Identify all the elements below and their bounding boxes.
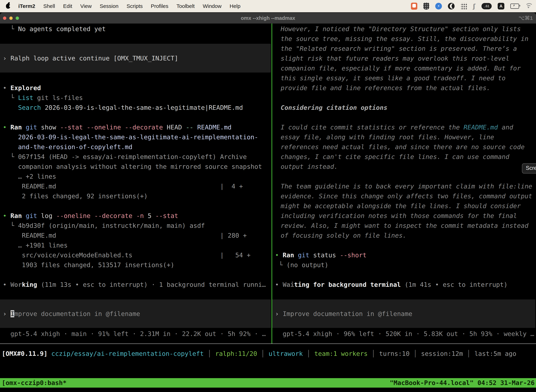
terminal-text-segment: show <box>37 124 60 131</box>
terminal-text-segment: README.md <box>193 124 232 131</box>
terminal-text-segment: • <box>275 252 282 259</box>
terminal-line: companion analysis without altering the … <box>0 162 272 172</box>
terminal-line: The team guideline is to back every impo… <box>272 182 536 191</box>
terminal-text-segment: I could cite commit statistics or refere… <box>281 124 464 131</box>
prompt-input-left[interactable]: ›Improve documentation in @filename <box>0 299 271 328</box>
terminal-text-segment: and-the-erosion-of-copyleft.md <box>3 143 132 150</box>
terminal-text-segment: └ 4b9d30f (origin/main, instructkr/main,… <box>3 222 205 229</box>
battery-charging-icon[interactable] <box>510 4 519 9</box>
terminal-line: 2026-03-09-is-legal-the-same-as-legitima… <box>0 132 272 142</box>
terminal-line: README.md | 280 + <box>0 231 272 240</box>
input-text: mprove documentation in @filename <box>14 310 140 317</box>
terminal-text-segment: • <box>3 124 10 131</box>
terminal-pane-right[interactable]: ›Improve documentation in @filename gpt-… <box>272 23 536 344</box>
status-segment: [OMX#0.11.9] <box>2 350 51 357</box>
dragon-icon[interactable]: ʃ <box>473 3 475 10</box>
window-title-bar: omx --xhigh --madmax ⌥⌘1 <box>0 13 536 24</box>
menu-item-session[interactable]: Session <box>100 3 119 9</box>
menu-item-iterm2[interactable]: iTerm2 <box>18 3 35 9</box>
prompt-chevron-icon: › <box>3 55 7 62</box>
status-segment: │ <box>257 350 268 357</box>
terminal-text-segment: README.md | 4 + <box>3 183 243 190</box>
apple-icon[interactable] <box>6 4 10 9</box>
terminal-text-segment: essay file, along with finding root file… <box>281 134 494 141</box>
terminal-line: • Explored <box>0 83 272 93</box>
status-segment: turns:10 <box>379 350 410 357</box>
terminal-text-segment: └ (no output) <box>275 261 328 269</box>
terminal-text-segment: git <box>26 212 37 219</box>
terminal-line: 2 files changed, 92 insertions(+) <box>0 191 272 201</box>
omx-status-line: [OMX#0.11.9] cczip/essay/ai-reimplementa… <box>0 349 536 359</box>
terminal-line: companion file, especially if more comme… <box>272 63 536 73</box>
terminal-text-segment: changes, I can't cite specific file line… <box>281 153 509 160</box>
menu-item-scripts[interactable]: Scripts <box>127 3 143 9</box>
menu-item-shell[interactable]: Shell <box>43 3 55 9</box>
screen-share-tooltip[interactable]: Scre <box>522 163 536 173</box>
status-segment: │ <box>463 350 474 357</box>
status-segment: │ <box>410 350 421 357</box>
terminal-line: review. Also, I might want to inspect th… <box>272 221 536 231</box>
terminal-text-segment: └ 067f154 (HEAD -> essay/ai-reimplementa… <box>3 153 247 160</box>
terminal-text-segment: king <box>22 281 37 288</box>
terminal-text-segment: references need actual files, and since … <box>281 143 525 150</box>
terminal-text-segment: Wor <box>10 281 22 288</box>
terminal-text-segment: slight risk that future readers may over… <box>281 55 509 62</box>
text-cursor: I <box>10 310 14 317</box>
screenshot-chat-icon[interactable] <box>411 3 417 10</box>
terminal-text-segment <box>3 104 18 111</box>
a-app-icon[interactable]: A <box>498 3 504 9</box>
menu-item-toolbelt[interactable]: Toolbelt <box>177 3 195 9</box>
terminal-text-segment: src/voice/voiceModeEnabled.ts | 54 + <box>3 252 251 259</box>
crescent-moon-icon[interactable] <box>448 3 455 9</box>
status-segment: cczip/essay/ai-reimplementation-copyleft <box>51 350 204 357</box>
tmux-session-name: [omx-cczip0:bash* <box>0 378 67 387</box>
terminal-line: • Ran git status --short <box>272 250 536 260</box>
menu-items: iTerm2ShellEditViewSessionScriptsProfile… <box>0 3 240 9</box>
terminal-text-segment: No agents completed yet <box>18 25 106 33</box>
menu-item-help[interactable]: Help <box>230 3 241 9</box>
window-shortcut-badge: ⌥⌘1 <box>519 13 533 23</box>
status-segment: ultrawork <box>268 350 303 357</box>
terminal-text-segment: log <box>37 212 56 219</box>
terminal-text-segment: git <box>298 252 309 259</box>
terminal-text-segment: (11m 13s • esc to interrupt) · 1 backgro… <box>37 281 266 288</box>
badge-61-icon[interactable]: ..61 <box>482 3 492 9</box>
window-title: omx --xhigh --madmax <box>0 13 536 23</box>
terminal-text-segment: 1903 files changed, 513517 insertions(+) <box>3 261 174 269</box>
terminal-text-segment: • <box>3 212 10 219</box>
terminal-line: └ (no output) <box>272 260 536 270</box>
prompt-input-right[interactable]: ›Improve documentation in @filename <box>272 299 535 328</box>
shield-grid-icon[interactable] <box>423 3 429 10</box>
terminal-line: this single essay, it seems like a good … <box>272 73 536 83</box>
terminal-text-segment: The team guideline is to back every impo… <box>281 183 532 190</box>
status-segment: ralph:11/20 <box>215 350 257 357</box>
status-segment: │ <box>204 350 215 357</box>
terminal-text-segment: Ran <box>10 212 22 219</box>
terminal-line: However, I noticed the "Directory Struct… <box>272 24 536 34</box>
terminal-text-segment: HEAD <box>163 124 186 131</box>
terminal-pane-left[interactable]: ›Ralph loop active continue [OMX_TMUX_IN… <box>0 23 272 344</box>
terminal-line: references need actual files, and since … <box>272 142 536 152</box>
menu-item-edit[interactable]: Edit <box>63 3 72 9</box>
status-segment: │ <box>303 350 314 357</box>
terminal-line: src/voice/voiceModeEnabled.ts | 54 + <box>0 250 272 260</box>
terminal-line: └ 067f154 (HEAD -> essay/ai-reimplementa… <box>0 152 272 162</box>
bolt-circle-icon[interactable]: ⚡ <box>435 3 442 9</box>
terminal-text-segment: Search <box>18 104 41 111</box>
terminal-text-segment: … +1901 lines <box>3 242 67 249</box>
terminal-text-segment: Explored <box>10 84 41 92</box>
model-status-line-left: gpt-5.4 xhigh · main · 91% left · 2.31M … <box>0 329 272 339</box>
terminal-line: README.md | 4 + <box>0 182 272 191</box>
terminal-text-segment: git <box>26 124 37 131</box>
terminal-text-segment: evidence. Since this change only affects… <box>281 192 532 200</box>
terminal-text-segment: Ran <box>10 124 22 131</box>
terminal-text-segment: (1m 41s • esc to interrupt) <box>401 281 507 288</box>
dots-grid-icon[interactable] <box>460 3 467 9</box>
terminal-line: … +2 lines <box>0 172 272 182</box>
menu-item-window[interactable]: Window <box>203 3 222 9</box>
menu-item-profiles[interactable]: Profiles <box>151 3 168 9</box>
terminal-line: evidence. Since this change only affects… <box>272 191 536 201</box>
wifi-icon[interactable] <box>525 3 533 11</box>
menu-item-view[interactable]: View <box>80 3 92 9</box>
menu-status-icons: ⚡ʃ..61A <box>411 1 536 11</box>
